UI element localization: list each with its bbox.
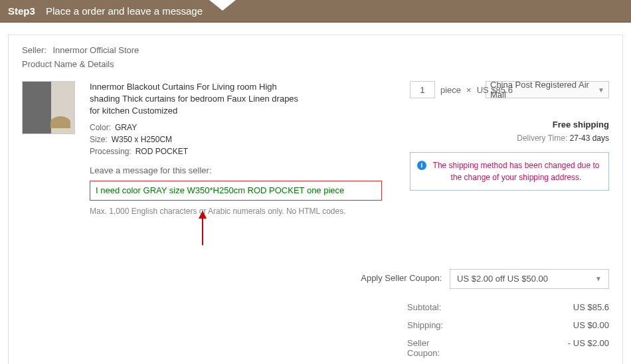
seller-coupon-row: Seller Coupon: - US $2.00 [22,334,609,362]
info-icon: i [417,161,426,170]
delivery-label: Delivery Time: [517,134,567,143]
subtotal-row: Subtotal: US $85.6 [22,298,609,316]
coupon-value: US $2.00 off US $50.00 [457,274,548,284]
color-label: Color: [90,123,111,132]
shipping-cost-label: Shipping: [22,320,434,330]
subtotal-label: Subtotal: [22,302,434,312]
coupon-row: Apply Seller Coupon: US $2.00 off US $50… [22,269,609,289]
order-summary: Apply Seller Coupon: US $2.00 off US $50… [22,269,609,364]
delivery-value: 27-43 days [570,134,609,143]
seller-name: Innermor Official Store [52,45,139,55]
product-details-label: Product Name & Details [22,59,609,69]
quantity-times: × [466,85,472,95]
shipping-info-box: i The shipping method has been changed d… [410,152,609,191]
shipping-cost-value: US $0.00 [543,320,609,330]
shipping-info-text: The shipping method has been changed due… [433,161,600,182]
svg-marker-1 [199,211,207,219]
page-body: Seller: Innermor Official Store Product … [0,23,631,364]
order-card: Seller: Innermor Official Store Product … [8,35,623,364]
message-input[interactable] [90,181,382,201]
order-right-column: piece × US $85.6 China Post Registered A… [410,81,609,191]
shipping-row: Shipping: US $0.00 [22,316,609,334]
quantity-row: piece × US $85.6 [410,81,513,98]
free-shipping-label: Free shipping [410,120,609,130]
subtotal-value: US $85.6 [543,302,609,312]
processing-label: Processing: [90,147,132,156]
processing-value: ROD POCKET [135,147,188,156]
step-title: Place a order and leave a message [46,5,203,17]
seller-coupon-value: - US $2.00 [543,338,609,358]
size-label: Size: [90,135,108,144]
chevron-down-icon: ▼ [598,86,604,94]
product-title[interactable]: Innermor Blackout Curtains For Living ro… [90,81,309,118]
message-label: Leave a message for this seller: [90,165,395,175]
message-note: Max. 1,000 English characters or Arabic … [90,207,395,216]
step-header: Step3 Place a order and leave a message [0,0,631,23]
delivery-time: Delivery Time: 27-43 days [410,134,609,143]
size-value: W350 x H250CM [112,135,172,144]
step-number: Step3 [8,5,35,17]
quantity-unit: piece [440,85,461,95]
coupon-label: Apply Seller Coupon: [361,273,442,283]
seller-coupon-label: Seller Coupon: [22,338,434,358]
unit-price: US $85.6 [477,85,513,95]
callout-arrow-icon [196,211,209,247]
product-thumbnail[interactable] [22,81,75,134]
total-row: Total: US $83.6 [22,362,609,364]
seller-label: Seller: [22,45,46,55]
coupon-select[interactable]: US $2.00 off US $50.00 ▼ [450,269,609,289]
quantity-input[interactable] [410,81,435,98]
color-value: GRAY [115,123,137,132]
chevron-down-icon: ▼ [595,275,602,282]
product-description: Innermor Blackout Curtains For Living ro… [90,81,395,249]
seller-row: Seller: Innermor Official Store [22,45,609,55]
